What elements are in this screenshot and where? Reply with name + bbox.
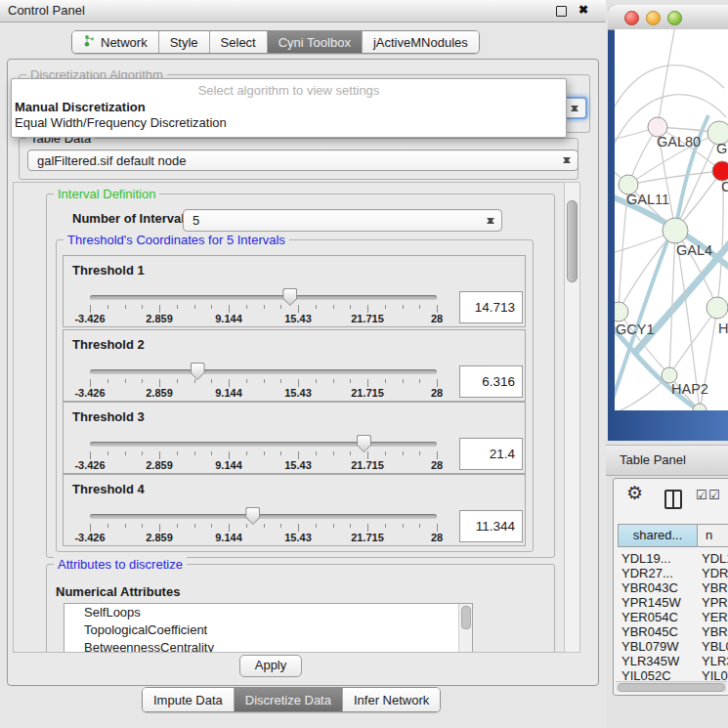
tick-mark [177,524,178,528]
network-canvas[interactable]: GAL80GCGAL11GAL4GCY1HHAP2 [615,29,728,410]
table-row[interactable]: YLR345WYLR3 [618,654,728,668]
list-scrollbar-thumb[interactable] [461,606,471,629]
tab-style[interactable]: Style [159,31,210,53]
zoom-traffic-light-icon[interactable] [667,11,682,25]
close-traffic-light-icon[interactable] [624,11,639,25]
tab-label: Cyni Toolbox [278,35,351,50]
close-icon[interactable]: ✖ [578,3,588,17]
cell-name: YDL1 [702,551,728,566]
tick-mark [246,379,247,383]
tab-label: Network [101,35,148,50]
network-node-gal4[interactable] [663,218,688,243]
tick-mark [142,524,143,528]
tick-mark [142,379,143,383]
tick-mark [333,379,334,383]
tick-mark [385,524,386,528]
tab-discretize-data[interactable]: Discretize Data [235,688,343,711]
scale-label: 9.144 [215,387,242,399]
list-scrollbar[interactable] [458,604,472,652]
tick-mark [298,305,299,313]
apply-button[interactable]: Apply [239,655,302,677]
top-tab-bar: NetworkStyleSelectCyni ToolboxjActiveMNo… [71,30,480,54]
tab-infer-network[interactable]: Infer Network [343,688,440,711]
tick-mark [298,524,299,532]
scale-label: 2.859 [146,313,173,324]
slider-thumb[interactable] [282,288,297,306]
cell-name: YPR1 [702,595,728,610]
interval-definition-title: Interval Definition [54,187,159,201]
threshold-value-field[interactable]: 11.344 [459,510,523,542]
gear-icon[interactable]: ⚙ [626,482,643,504]
checkbox-icon[interactable]: ☑ [696,488,707,502]
slider-track[interactable] [90,514,437,519]
threshold-panel-2: Threshold 2 -3.4262.8599.14415.4321.7152… [63,329,526,402]
dropdown-option-equal-width[interactable]: Equal Width/Frequency Discretization [15,115,227,130]
slider-track[interactable] [90,442,437,447]
tick-mark [280,451,281,455]
tab-select[interactable]: Select [210,31,268,53]
tick-mark [177,379,178,383]
column-header-name[interactable]: n [697,524,728,547]
attribute-list-item[interactable]: TopologicalCoefficient [64,621,472,639]
slider-track[interactable] [90,369,437,374]
float-window-icon[interactable] [556,6,567,17]
network-node-c[interactable] [712,161,728,181]
table-row[interactable]: YER054CYER0 [618,610,728,624]
slider-thumb[interactable] [245,507,260,525]
checkbox-icon[interactable]: ☑ [708,488,720,502]
cell-shared-name: YPR145W [621,595,681,610]
node-label: H [718,321,728,336]
panel-scrollbar-thumb[interactable] [567,200,578,282]
column-layout-icon[interactable] [664,490,682,509]
tick-mark [280,305,281,309]
attribute-list-item[interactable]: SelfLoops [64,604,472,621]
number-of-intervals-label: Number of Intervals [72,211,192,226]
minimize-traffic-light-icon[interactable] [646,11,661,25]
network-node-h[interactable] [707,297,728,319]
table-row[interactable]: YDR27...YDR2 [618,566,728,580]
slider-thumb[interactable] [191,363,205,380]
attributes-list[interactable]: SelfLoopsTopologicalCoefficientBetweenne… [64,603,473,653]
tick-mark [333,305,334,309]
table-row[interactable]: YBR045CYBR0 [618,624,728,639]
table-row[interactable]: YBR043CYBR0 [618,580,728,595]
dropdown-option-manual[interactable]: Manual Discretization [15,100,146,114]
tick-mark [107,524,108,528]
network-thick-edges [615,115,728,410]
tick-mark [264,379,265,383]
table-row[interactable]: YPR145WYPR1 [618,595,728,610]
tab-cyni-toolbox[interactable]: Cyni Toolbox [268,31,363,53]
table-hscrollbar[interactable] [616,681,727,692]
threshold-value-field[interactable]: 21.4 [459,438,523,470]
table-hscrollbar-thumb[interactable] [618,683,725,692]
tab-jactivemnodules[interactable]: jActiveMNodules [363,31,479,53]
tab-impute-data[interactable]: Impute Data [143,688,235,711]
tick-mark [350,524,351,528]
scale-label: 21.715 [351,532,384,543]
network-window-titlebar [608,5,728,30]
scale-label: 15.43 [284,459,312,471]
attribute-list-item[interactable]: BetweennessCentrality [64,639,472,653]
tick-mark [367,379,368,387]
threshold-value-field[interactable]: 14.713 [459,291,523,323]
slider-thumb[interactable] [357,435,371,452]
column-header-shared-name[interactable]: shared... [618,524,698,547]
threshold-value-field[interactable]: 6.316 [459,365,523,398]
slider-scale: -3.4262.8599.14415.4321.71528 [90,313,438,324]
number-of-intervals-combobox[interactable]: 5 [183,209,502,232]
slider-track[interactable] [90,295,437,300]
network-node-gcy1[interactable] [615,302,628,321]
tab-network[interactable]: Network [72,31,159,53]
scale-label: 21.715 [351,313,384,324]
tick-mark [264,451,265,455]
tick-mark [194,305,195,309]
table-row[interactable]: YBL079WYBL0 [618,639,728,654]
scale-label: -3.426 [74,387,105,399]
slider-scale: -3.4262.8599.14415.4321.71528 [90,459,438,471]
tick-mark [385,305,386,309]
tick-mark [316,305,317,309]
table-row[interactable]: YDL19...YDL1 [618,551,728,566]
table-data-combobox[interactable]: galFiltered.sif default node [27,150,578,171]
scale-label: 9.144 [215,532,242,543]
panel-scrollbar[interactable] [564,182,580,653]
